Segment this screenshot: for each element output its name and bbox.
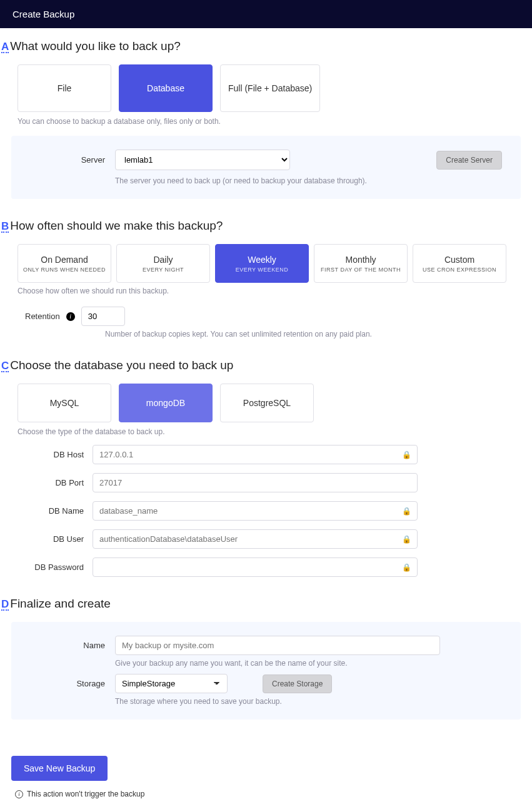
backup-type-full[interactable]: Full (File + Database) xyxy=(220,64,320,112)
backup-type-row: File Database Full (File + Database) xyxy=(18,64,532,112)
db-host-input[interactable] xyxy=(93,445,418,464)
db-password-label: DB Password xyxy=(0,562,84,572)
db-user-label: DB User xyxy=(0,534,84,544)
lock-icon: 🔒 xyxy=(402,535,411,544)
storage-select[interactable]: SimpleStorage xyxy=(115,674,228,693)
section-finalize: D Finalize and create Name Give your bac… xyxy=(0,597,532,720)
content: A What would you like to back up? File D… xyxy=(0,28,532,799)
name-label: Name xyxy=(30,641,105,650)
save-new-backup-button[interactable]: Save New Backup xyxy=(11,756,108,781)
section-what: A What would you like to back up? File D… xyxy=(0,39,532,199)
backup-name-input[interactable] xyxy=(115,636,440,655)
bullet-c: C xyxy=(1,360,9,372)
frequency-help: Choose how often we should run this back… xyxy=(18,287,532,295)
finalize-panel: Name Give your backup any name you want,… xyxy=(11,622,521,720)
section-frequency: B How often should we make this backup? … xyxy=(0,219,532,338)
section-b-title: B How often should we make this backup? xyxy=(0,219,532,233)
backup-type-database[interactable]: Database xyxy=(119,64,213,112)
db-form: DB Host 🔒 DB Port DB Name 🔒 xyxy=(0,445,532,577)
freq-ondemand[interactable]: On Demand ONLY RUNS WHEN NEEDED xyxy=(18,244,111,283)
header-title: Create Backup xyxy=(13,9,74,19)
db-mysql[interactable]: MySQL xyxy=(18,384,111,422)
create-server-button[interactable]: Create Server xyxy=(436,151,502,170)
retention-input[interactable] xyxy=(81,307,125,326)
db-type-help: Choose the type of the database to back … xyxy=(18,427,532,436)
server-help: The server you need to back up (or need … xyxy=(115,176,502,185)
page-header: Create Backup xyxy=(0,0,532,28)
db-host-label: DB Host xyxy=(0,450,84,459)
lock-icon: 🔒 xyxy=(402,450,411,459)
freq-custom[interactable]: Custom USE CRON EXPRESSION xyxy=(413,244,506,283)
info-icon: i xyxy=(15,790,23,798)
db-mongodb[interactable]: mongoDB xyxy=(119,384,213,422)
db-port-input[interactable] xyxy=(93,473,418,492)
freq-weekly[interactable]: Weekly EVERY WEEKEND xyxy=(215,244,309,283)
create-storage-button[interactable]: Create Storage xyxy=(263,674,332,693)
frequency-row: On Demand ONLY RUNS WHEN NEEDED Daily EV… xyxy=(18,244,532,283)
db-postgres[interactable]: PostgreSQL xyxy=(220,384,314,422)
section-database: C Choose the database you need to back u… xyxy=(0,359,532,577)
db-port-label: DB Port xyxy=(0,478,84,487)
backup-type-file[interactable]: File xyxy=(18,64,111,112)
backup-type-help: You can choose to backup a database only… xyxy=(18,117,532,126)
storage-help: The storage where you need to save your … xyxy=(115,697,502,706)
db-user-input[interactable] xyxy=(93,529,418,549)
storage-label: Storage xyxy=(30,679,105,688)
freq-monthly[interactable]: Monthly FIRST DAY OF THE MONTH xyxy=(314,244,408,283)
section-d-title: D Finalize and create xyxy=(0,597,532,611)
db-password-input[interactable] xyxy=(93,557,418,577)
server-panel: Server lemlab1 Create Server The server … xyxy=(11,136,521,199)
section-c-title: C Choose the database you need to back u… xyxy=(0,359,532,372)
name-help: Give your backup any name you want, it c… xyxy=(115,659,502,668)
retention-help: Number of backup copies kept. You can se… xyxy=(105,330,532,338)
db-name-label: DB Name xyxy=(0,506,84,516)
lock-icon: 🔒 xyxy=(402,507,411,516)
bullet-a: A xyxy=(1,41,9,53)
section-a-title: A What would you like to back up? xyxy=(0,39,532,53)
server-select[interactable]: lemlab1 xyxy=(115,150,290,170)
info-icon[interactable]: i xyxy=(66,312,75,321)
bullet-b: B xyxy=(1,221,9,233)
bullet-d: D xyxy=(1,599,9,611)
db-name-input[interactable] xyxy=(93,501,418,521)
freq-daily[interactable]: Daily EVERY NIGHT xyxy=(116,244,210,283)
server-label: Server xyxy=(30,155,105,165)
retention-row: Retention i xyxy=(25,307,532,326)
retention-label: Retention xyxy=(25,312,60,321)
footer-note: i This action won't trigger the backup xyxy=(15,790,532,798)
lock-icon: 🔒 xyxy=(402,563,411,572)
db-type-row: MySQL mongoDB PostgreSQL xyxy=(18,384,532,422)
